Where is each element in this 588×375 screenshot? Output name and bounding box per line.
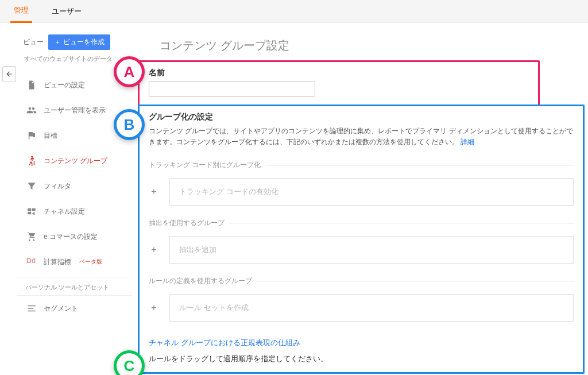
name-section: 名前 (138, 60, 540, 106)
grouping-section: グループ化の設定 コンテンツ グループでは、サイトやアプリのコンテンツを論理的に… (138, 105, 585, 374)
enable-tracking-code[interactable]: トラッキング コードの有効化 (169, 178, 574, 206)
users-icon (26, 105, 37, 115)
beta-badge: ベータ版 (79, 258, 102, 266)
page-title: コンテンツ グループ設定 (160, 38, 585, 53)
person-run-icon (26, 156, 37, 166)
plus-icon: + (149, 245, 159, 255)
plus-icon: + (149, 187, 159, 197)
sidebar-item-label: セグメント (44, 304, 78, 314)
sidebar-item-label: チャネル設定 (44, 207, 85, 217)
sidebar-item-filters[interactable]: フィルタ (17, 173, 132, 199)
regex-link-row: チャネル グループにおける正規表現の仕組み (149, 338, 574, 348)
sidebar-item-label: コンテンツ グループ (44, 156, 107, 166)
annotation-b: B (114, 109, 145, 140)
group-by-tracking-title: トラッキング コード別にグループ化 (149, 160, 574, 170)
sidebar-item-content-groups[interactable]: コンテンツ グループ (17, 148, 132, 173)
create-view-button[interactable]: ＋ ビューを作成 (48, 34, 110, 50)
main-content: A B C コンテンツ グループ設定 名前 グループ化の設定 コンテンツ グルー… (132, 23, 588, 375)
document-icon (26, 80, 37, 90)
sidebar-item-label: 計算指標 (44, 257, 71, 267)
top-nav: 管理 ユーザー (0, 0, 588, 23)
sidebar-item-segments[interactable]: セグメント (17, 296, 132, 321)
group-by-rules: ルールの定義を使用するグループ + ルール セットを作成 (149, 276, 574, 322)
grouping-title: グループ化の設定 (149, 112, 574, 122)
sidebar-item-label: ビューの設定 (44, 80, 85, 90)
channel-icon (26, 206, 37, 217)
group-by-tracking: トラッキング コード別にグループ化 + トラッキング コードの有効化 (149, 160, 574, 206)
group-by-extraction: 抽出を使用するグループ + 抽出を追加 (149, 218, 574, 264)
group-by-extraction-title: 抽出を使用するグループ (149, 218, 574, 228)
drag-note: ルールをドラッグして適用順序を指定してください。 (149, 354, 574, 364)
cart-icon (26, 231, 37, 242)
plus-icon: + (149, 303, 159, 313)
filter-icon (26, 181, 37, 191)
sidebar-item-label: e コマースの設定 (44, 232, 98, 242)
arrow-back-icon (5, 70, 13, 78)
flag-icon (26, 130, 37, 141)
create-rule-set[interactable]: ルール セットを作成 (169, 294, 574, 322)
plus-icon: ＋ (54, 37, 61, 47)
grouping-desc-text: コンテンツ グループでは、サイトやアプリのコンテンツを論理的に集め、レポートでプ… (149, 127, 573, 146)
annotation-a: A (114, 56, 145, 87)
nav-list: ビューの設定 ユーザー管理を表示 目標 コンテンツ グループ フィルタ チャネル… (17, 72, 132, 275)
tab-user[interactable]: ユーザー (48, 1, 85, 22)
name-input[interactable] (149, 82, 315, 96)
create-view-label: ビューを作成 (63, 37, 105, 47)
sidebar-item-label: ユーザー管理を表示 (44, 106, 106, 115)
back-button[interactable] (2, 66, 16, 82)
sidebar-item-label: 目標 (44, 131, 57, 141)
left-gutter (0, 23, 17, 375)
sidebar-item-label: フィルタ (44, 181, 71, 191)
segments-icon (26, 303, 37, 314)
regex-help-link[interactable]: チャネル グループにおける正規表現の仕組み (149, 338, 300, 347)
view-label: ビュー (23, 37, 44, 47)
sidebar-item-calculated-metrics[interactable]: Dd 計算指標 ベータ版 (17, 249, 132, 275)
name-label: 名前 (149, 68, 529, 78)
group-by-rules-title: ルールの定義を使用するグループ (149, 276, 574, 286)
sidebar-item-channel-settings[interactable]: チャネル設定 (17, 199, 132, 224)
tab-admin[interactable]: 管理 (10, 0, 32, 23)
details-link[interactable]: 詳細 (461, 138, 474, 146)
grouping-description: コンテンツ グループでは、サイトやアプリのコンテンツを論理的に集め、レポートでプ… (149, 126, 574, 148)
personal-tools-header: パーソナル ツールとアセット (17, 277, 132, 296)
sidebar-item-ecommerce[interactable]: e コマースの設定 (17, 224, 132, 249)
dd-icon: Dd (26, 257, 37, 267)
add-extraction[interactable]: 抽出を追加 (169, 236, 574, 264)
